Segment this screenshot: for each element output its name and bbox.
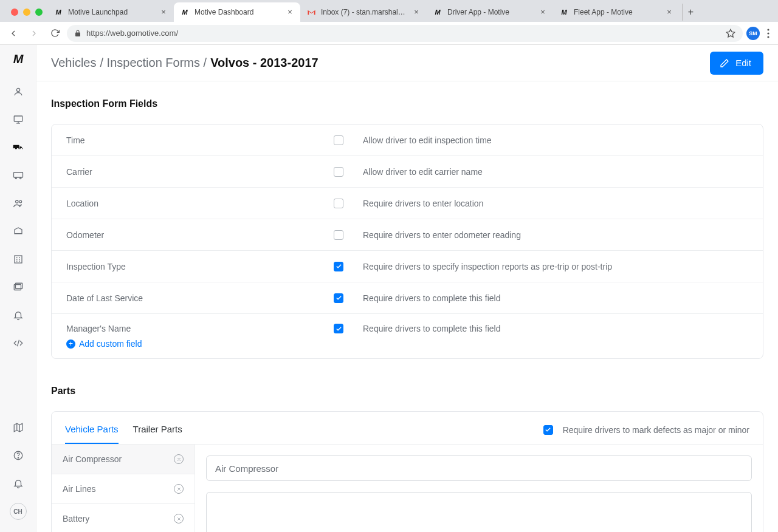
app-logo[interactable]: M [13,52,23,66]
edit-button-label: Edit [735,58,751,68]
tab-close-icon[interactable]: × [412,8,421,16]
section-title-parts: Parts [51,386,763,397]
browser-chrome: MMotive Launchpad×MMotive Dashboard×Inbo… [0,0,778,45]
tab-vehicle-parts[interactable]: Vehicle Parts [65,421,119,444]
check-icon [545,426,551,433]
sidebar-item-billing[interactable] [9,279,28,296]
field-description: Require drivers to specify inspection re… [363,262,748,271]
field-row: CarrierAllow driver to edit carrier name [52,156,763,188]
field-row: Inspection TypeRequire drivers to specif… [52,251,763,282]
parts-list-item[interactable]: Air Compressor [52,445,194,474]
bookmark-icon[interactable] [726,29,735,38]
sidebar-item-profile[interactable] [9,83,28,100]
address-bar[interactable]: https://web.gomotive.com/ [67,25,743,42]
svg-line-22 [17,340,19,347]
browser-tab[interactable]: MFleet App - Motive× [553,2,680,22]
parts-list-item[interactable]: Battery [52,504,194,532]
tab-close-icon[interactable]: × [159,8,168,16]
sidebar-item-drivers[interactable] [9,195,28,212]
field-label: Odometer [66,230,334,240]
nav-reload-button[interactable] [46,25,63,42]
defects-checkbox[interactable] [543,425,553,435]
tab-title: Inbox (7) - stan.marshal@trucki [321,8,412,16]
check-icon [336,295,342,301]
parts-item-label: Air Lines [63,484,95,494]
plus-circle-icon: + [66,339,75,349]
add-custom-label: Add custom field [79,339,142,349]
breadcrumb-link-inspection-forms[interactable]: / Inspection Forms / [100,56,207,70]
svg-point-12 [19,200,21,203]
field-label: Location [66,199,334,208]
nav-back-button[interactable] [5,25,22,42]
window-maximize-icon[interactable] [35,9,43,16]
remove-part-icon[interactable] [174,484,184,494]
svg-marker-0 [726,29,734,37]
url-text: https://web.gomotive.com/ [86,29,178,38]
tab-title: Motive Launchpad [68,8,159,16]
pencil-icon [720,58,729,68]
field-checkbox[interactable] [334,167,343,177]
add-custom-field-button[interactable]: +Add custom field [66,339,142,349]
svg-point-3 [767,36,769,38]
sidebar-item-map[interactable] [9,419,28,436]
tab-title: Fleet App - Motive [574,8,665,16]
svg-point-9 [15,177,16,179]
breadcrumb-link-vehicles[interactable]: Vehicles [51,56,97,70]
svg-point-4 [16,88,19,91]
field-checkbox[interactable] [334,199,343,208]
browser-tab[interactable]: Inbox (7) - stan.marshal@trucki× [300,2,427,22]
field-label: Inspection Type [66,262,334,271]
tab-close-icon[interactable]: × [539,8,547,16]
tab-close-icon[interactable]: × [665,8,673,16]
svg-rect-5 [14,116,22,121]
browser-tab[interactable]: MMotive Launchpad× [47,2,174,22]
sidebar-item-assets[interactable] [9,167,28,184]
field-checkbox[interactable] [334,135,343,145]
parts-sidebar: Air CompressorAir LinesBattery [52,445,195,532]
sidebar-user-avatar[interactable]: CH [10,503,27,520]
svg-rect-8 [13,172,22,177]
sidebar-item-vehicles[interactable] [9,139,28,156]
browser-tab[interactable]: MMotive Dashboard× [174,2,300,22]
field-row: OdometerRequire drivers to enter odomete… [52,219,763,251]
sidebar-item-monitor[interactable] [9,111,28,128]
sidebar-item-developer[interactable] [9,335,28,352]
window-close-icon[interactable] [11,9,18,16]
gmail-icon [306,7,316,17]
field-description: Allow driver to edit inspection time [363,135,748,145]
sidebar-item-geofence[interactable] [9,223,28,240]
edit-button[interactable]: Edit [710,52,763,75]
field-checkbox[interactable] [334,324,343,333]
field-checkbox[interactable] [334,262,343,271]
field-description: Allow driver to edit carrier name [363,167,748,177]
sidebar-item-notifications[interactable] [9,475,28,492]
browser-tab[interactable]: MDriver App - Motive× [427,2,553,22]
nav-forward-button[interactable] [26,25,43,42]
browser-menu-icon[interactable] [763,29,773,38]
field-description: Require drivers to enter location [363,199,748,208]
field-checkbox[interactable] [334,293,343,303]
app-sidebar: M [0,45,36,532]
tab-trailer-parts[interactable]: Trailer Parts [133,421,182,444]
profile-avatar[interactable]: SM [746,27,760,40]
new-tab-button[interactable]: + [682,4,699,21]
window-minimize-icon[interactable] [23,9,30,16]
tab-close-icon[interactable]: × [286,8,294,16]
motive-icon: M [559,7,569,17]
sidebar-item-alerts[interactable] [9,307,28,324]
sidebar-item-help[interactable] [9,447,28,464]
parts-item-label: Battery [63,514,89,523]
remove-part-icon[interactable] [174,514,184,523]
check-icon [336,326,342,332]
part-detail-textarea[interactable] [206,492,752,532]
field-checkbox[interactable] [334,230,343,240]
remove-part-icon[interactable] [174,454,184,464]
parts-list-item[interactable]: Air Lines [52,474,194,504]
window-controls[interactable] [7,9,47,22]
tab-title: Motive Dashboard [194,8,286,16]
part-name-input[interactable] [206,455,752,481]
motive-icon: M [433,7,442,17]
breadcrumb: Vehicles / Inspection Forms / Volvos - 2… [51,56,318,70]
sidebar-item-company[interactable] [9,251,28,268]
page-header: Vehicles / Inspection Forms / Volvos - 2… [36,45,778,81]
